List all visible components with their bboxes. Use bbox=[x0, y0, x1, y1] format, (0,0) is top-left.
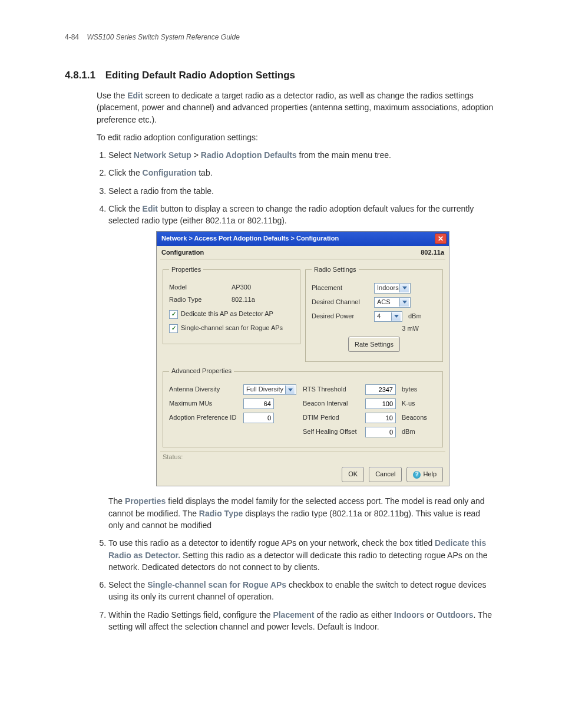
close-icon: ✕ bbox=[438, 235, 444, 242]
edit-keyword: Edit bbox=[127, 91, 143, 100]
radio-settings-legend: Radio Settings bbox=[312, 265, 359, 275]
model-value: AP300 bbox=[232, 283, 251, 292]
page: 4-84 WS5100 Series Switch System Referen… bbox=[0, 0, 562, 728]
help-icon: ? bbox=[413, 471, 421, 479]
beacon-label: Beacon Interval bbox=[303, 399, 362, 409]
chevron-down-icon bbox=[399, 284, 409, 292]
ok-button[interactable]: OK bbox=[342, 467, 364, 482]
channel-select[interactable]: ACS bbox=[374, 297, 411, 308]
chevron-down-icon bbox=[391, 312, 401, 321]
step-3: Select a radio from the table. bbox=[108, 185, 497, 197]
mode-label: 802.11a bbox=[421, 248, 444, 258]
dialog-title: Network > Access Port Adoption Defaults … bbox=[161, 234, 339, 243]
dialog-body: Configuration 802.11a Properties Model A… bbox=[157, 246, 449, 486]
tab-label: Configuration bbox=[161, 248, 204, 258]
section-number: 4.8.1.1 bbox=[65, 70, 95, 81]
single-channel-checkbox[interactable]: ✓ Single-channel scan for Rogue APs bbox=[169, 324, 294, 333]
step-7: Within the Radio Settings field, configu… bbox=[108, 609, 497, 633]
adopt-pref-input[interactable] bbox=[243, 413, 274, 423]
post-step4-paragraph: The Properties field displays the model … bbox=[108, 495, 497, 531]
self-heal-input[interactable] bbox=[365, 427, 396, 437]
section-title: Editing Default Radio Adoption Settings bbox=[105, 70, 295, 81]
antenna-label: Antenna Diversity bbox=[169, 385, 240, 394]
dialog-titlebar: Network > Access Port Adoption Defaults … bbox=[157, 232, 449, 246]
dtim-input[interactable] bbox=[365, 413, 396, 423]
dedicate-label: Dedicate this AP as Detector AP bbox=[181, 309, 273, 319]
dialog-subheader: Configuration 802.11a bbox=[160, 248, 445, 259]
body-text: Use the Edit screen to dedicate a target… bbox=[97, 90, 497, 633]
step-2: Click the Configuration tab. bbox=[108, 167, 497, 179]
radio-settings-group: Radio Settings Placement Indoors bbox=[305, 265, 443, 363]
max-mus-input[interactable] bbox=[243, 398, 274, 409]
checkbox-icon: ✓ bbox=[169, 324, 178, 333]
channel-label: Desired Channel bbox=[312, 298, 371, 307]
chevron-down-icon bbox=[399, 298, 409, 307]
adopt-pref-label: Adoption Preference ID bbox=[169, 413, 240, 423]
step-6: Select the Single-channel scan for Rogue… bbox=[108, 579, 497, 603]
config-dialog: Network > Access Port Adoption Defaults … bbox=[157, 232, 449, 486]
dtim-unit: Beacons bbox=[402, 413, 427, 423]
placement-select[interactable]: Indoors bbox=[374, 283, 411, 294]
advanced-legend: Advanced Properties bbox=[169, 367, 234, 376]
close-button[interactable]: ✕ bbox=[435, 233, 447, 244]
self-heal-label: Self Healing Offset bbox=[303, 427, 362, 437]
radio-type-value: 802.11a bbox=[232, 295, 255, 305]
help-button[interactable]: ? Help bbox=[406, 467, 443, 482]
dtim-label: DTIM Period bbox=[303, 413, 362, 423]
model-label: Model bbox=[169, 283, 228, 292]
rate-settings-button[interactable]: Rate Settings bbox=[348, 337, 400, 352]
power-hint: 3 mW bbox=[402, 324, 419, 334]
max-mus-label: Maximum MUs bbox=[169, 399, 240, 409]
power-select[interactable]: 4 bbox=[374, 311, 402, 322]
intro-paragraph-1: Use the Edit screen to dedicate a target… bbox=[97, 90, 497, 126]
step-4: Click the Edit button to display a scree… bbox=[108, 203, 497, 531]
step-1: Select Network Setup > Radio Adoption De… bbox=[108, 149, 497, 161]
dedicate-checkbox[interactable]: ✓ Dedicate this AP as Detector AP bbox=[169, 309, 294, 319]
status-label: Status: bbox=[160, 451, 445, 466]
section-heading: 4.8.1.1 Editing Default Radio Adoption S… bbox=[65, 70, 497, 81]
power-unit: dBm bbox=[408, 312, 422, 321]
running-header: 4-84 WS5100 Series Switch System Referen… bbox=[65, 33, 497, 41]
properties-group: Properties Model AP300 Radio Type 802.11… bbox=[163, 265, 300, 345]
advanced-group: Advanced Properties Antenna Diversity Fu… bbox=[163, 367, 443, 447]
antenna-select[interactable]: Full Diversity bbox=[243, 384, 296, 395]
rts-input[interactable] bbox=[365, 384, 396, 395]
page-number: 4-84 bbox=[65, 33, 79, 41]
rts-unit: bytes bbox=[402, 385, 417, 394]
checkbox-icon: ✓ bbox=[169, 310, 178, 319]
properties-legend: Properties bbox=[169, 265, 203, 275]
self-heal-unit: dBm bbox=[402, 427, 415, 437]
beacon-unit: K-us bbox=[402, 399, 415, 409]
steps-list: Select Network Setup > Radio Adoption De… bbox=[97, 149, 497, 633]
dialog-buttons: OK Cancel ? Help bbox=[160, 466, 445, 482]
step-5: To use this radio as a detector to ident… bbox=[108, 537, 497, 573]
placement-label: Placement bbox=[312, 284, 371, 293]
power-label: Desired Power bbox=[312, 312, 371, 321]
beacon-input[interactable] bbox=[365, 398, 396, 409]
doc-title: WS5100 Series Switch System Reference Gu… bbox=[87, 33, 239, 41]
radio-type-label: Radio Type bbox=[169, 295, 228, 305]
intro-paragraph-2: To edit radio adoption configuration set… bbox=[97, 131, 497, 143]
cancel-button[interactable]: Cancel bbox=[369, 467, 402, 482]
chevron-down-icon bbox=[285, 386, 295, 394]
rts-label: RTS Threshold bbox=[303, 385, 362, 394]
single-channel-label: Single-channel scan for Rogue APs bbox=[181, 324, 283, 333]
